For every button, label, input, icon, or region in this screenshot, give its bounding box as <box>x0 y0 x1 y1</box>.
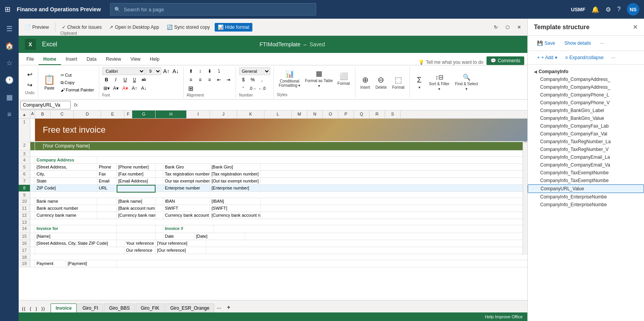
find-select-button[interactable]: 🔍 Find & Select ▾ <box>453 72 480 93</box>
sidebar-list-icon[interactable]: ≡ <box>2 107 16 121</box>
tree-item-3[interactable]: CompanyInfo_CompanyPhone_L <box>528 91 644 99</box>
tree-item-16[interactable]: CompanyInfo_EnterpriseNumbe <box>528 201 644 209</box>
bold-button[interactable]: B <box>102 76 111 84</box>
col-k[interactable]: K <box>237 111 264 118</box>
help-icon[interactable]: ? <box>617 6 621 13</box>
addr-line3[interactable]: State <box>35 178 97 186</box>
thousands-button[interactable]: '' <box>239 84 248 92</box>
copy-button[interactable]: ⧉ Copy <box>59 79 96 86</box>
sidebar-home-icon[interactable]: 🏠 <box>2 39 16 53</box>
font-a-up-button[interactable]: A↑ <box>130 84 139 92</box>
sum-button[interactable]: Σ ▾ <box>413 74 425 91</box>
align-top-button[interactable]: ⬆ <box>187 67 195 75</box>
sidebar-menu-icon[interactable]: ☰ <box>2 22 16 36</box>
tab-review[interactable]: Review <box>101 54 126 65</box>
col-c[interactable]: C <box>51 111 74 118</box>
col-g[interactable]: G <box>132 111 156 118</box>
undo-button[interactable]: ↩ <box>25 70 35 79</box>
align-right-button[interactable]: ≡ <box>205 76 214 84</box>
company-name-cell[interactable]: [Your Company Name] <box>35 142 527 150</box>
font-name-select[interactable]: Calibri <box>102 67 145 75</box>
col-m[interactable]: M <box>292 111 307 118</box>
underline-button[interactable]: U <box>121 76 130 84</box>
formula-input[interactable] <box>81 102 526 108</box>
col-i[interactable]: I <box>187 111 210 118</box>
col-q[interactable]: Q <box>354 111 369 118</box>
sidebar-star-icon[interactable]: ☆ <box>2 56 16 70</box>
redo-button[interactable]: ↪ <box>25 80 35 90</box>
indent-decrease-button[interactable]: ⇤ <box>215 76 223 84</box>
last-sheet-btn[interactable]: ⟩⟩ <box>40 305 47 312</box>
panel-save-button[interactable]: 💾 Save <box>534 39 558 47</box>
decrease-font-button[interactable]: A↓ <box>172 67 180 75</box>
tab-view[interactable]: View <box>126 54 145 65</box>
format-painter-button[interactable]: 🖌 Format Painter <box>59 87 96 93</box>
increase-font-button[interactable]: A↑ <box>162 67 171 75</box>
col-h[interactable]: H <box>156 111 187 118</box>
col-o[interactable]: O <box>323 111 338 118</box>
preview-button[interactable]: 📄 Preview <box>22 23 52 32</box>
comments-button[interactable]: 💬 Comments <box>486 56 524 65</box>
close-toolbar-button[interactable]: ✕ <box>514 23 524 32</box>
font-size-select[interactable]: 9 <box>146 67 161 75</box>
global-search-bar[interactable]: 🔍 Search for a page <box>110 3 316 16</box>
tab-insert[interactable]: Insert <box>61 54 82 65</box>
tree-item-6[interactable]: CompanyInfo_BankGiro_Value <box>528 114 644 122</box>
panel-more2-button[interactable]: ··· <box>608 53 618 62</box>
decrease-decimal-button[interactable]: ←.0 <box>258 84 266 92</box>
col-n[interactable]: N <box>307 111 323 118</box>
panel-more-button[interactable]: ··· <box>597 39 607 47</box>
tab-help[interactable]: Help <box>145 54 164 65</box>
sort-filter-button[interactable]: ↕⊟ Sort & Filter ▾ <box>427 72 452 93</box>
refresh-button[interactable]: ↻ <box>491 23 501 32</box>
border-button[interactable]: ⊞▾ <box>102 84 111 92</box>
panel-add-button[interactable]: + + Add ▾ <box>534 53 560 62</box>
comma-button[interactable]: , <box>258 76 266 84</box>
user-avatar[interactable]: NS <box>627 3 639 16</box>
first-sheet-btn[interactable]: ⟨⟨ <box>20 305 27 312</box>
tab-invoice[interactable]: Invoice <box>51 303 77 312</box>
align-center-button[interactable]: ≡ <box>196 76 205 84</box>
wrap-text-button[interactable]: ⤵ <box>215 67 223 75</box>
tree-item-12[interactable]: CompanyInfo_CompanyEmail_Va <box>528 161 644 169</box>
addr-line1[interactable]: [Street Address, <box>35 164 97 172</box>
col-s[interactable]: S <box>385 111 401 118</box>
col-e[interactable]: E <box>101 111 124 118</box>
col-d[interactable]: D <box>74 111 101 118</box>
tree-parent-company-info[interactable]: ◀ CompanyInfo <box>528 68 644 75</box>
tree-item-9[interactable]: CompanyInfo_TaxRegNumber_La <box>528 138 644 146</box>
cut-button[interactable]: ✂ Cut <box>59 72 96 79</box>
sync-stored-button[interactable]: 🔄 Sync stored copy <box>164 23 213 32</box>
number-format-select[interactable]: General <box>239 67 270 75</box>
align-bottom-button[interactable]: ⬇ <box>205 67 214 75</box>
panel-expand-collapse-button[interactable]: ≡ Expand/collapse <box>562 53 607 62</box>
align-middle-button[interactable]: ↕ <box>196 67 205 75</box>
tab-home[interactable]: Home <box>38 54 61 65</box>
format-button[interactable]: ⬜ Format <box>336 70 352 87</box>
tree-item-11[interactable]: CompanyInfo_CompanyEmail_La <box>528 153 644 161</box>
insert-cells-button[interactable]: ⊕ Insert <box>359 74 372 91</box>
tree-item-2[interactable]: CompanyInfo_CompanyAddress_ <box>528 83 644 91</box>
tell-me-bar[interactable]: 💡 Tell me what you want to do <box>418 60 483 65</box>
col-l[interactable]: L <box>264 111 292 118</box>
add-sheet-btn[interactable]: + <box>224 302 233 312</box>
tree-item-10[interactable]: CompanyInfo_TaxRegNumber_V <box>528 146 644 153</box>
font-color-button[interactable]: A▾ <box>121 84 130 92</box>
prev-sheet-btn[interactable]: ⟨ <box>28 305 33 312</box>
tab-giro-fi[interactable]: Giro_FI <box>77 303 103 312</box>
tree-item-4[interactable]: CompanyInfo_CompanyPhone_V <box>528 99 644 107</box>
addr-line4[interactable]: ZIP Code] <box>35 185 97 193</box>
addr-line2[interactable]: City, <box>35 171 97 179</box>
check-issues-button[interactable]: ✓ Check for issues <box>59 23 105 32</box>
col-p[interactable]: P <box>338 111 354 118</box>
tree-item-13[interactable]: CompanyInfo_TaxExemptNumbe <box>528 169 644 177</box>
tree-item-5[interactable]: CompanyInfo_BankGiro_Label <box>528 107 644 114</box>
settings-icon[interactable]: ⚙ <box>606 6 611 13</box>
tab-giro-fik[interactable]: Giro_FIK <box>136 303 164 312</box>
currency-button[interactable]: $ <box>239 76 248 84</box>
tree-item-1[interactable]: CompanyInfo_CompanyAddress_ <box>528 75 644 83</box>
col-r[interactable]: R <box>369 111 385 118</box>
panel-show-details-button[interactable]: Show details <box>561 39 594 47</box>
tree-item-company-url[interactable]: CompanyURL_Value <box>528 184 644 193</box>
conditional-formatting-button[interactable]: 📊 ConditionalFormatting ▾ <box>277 68 303 89</box>
